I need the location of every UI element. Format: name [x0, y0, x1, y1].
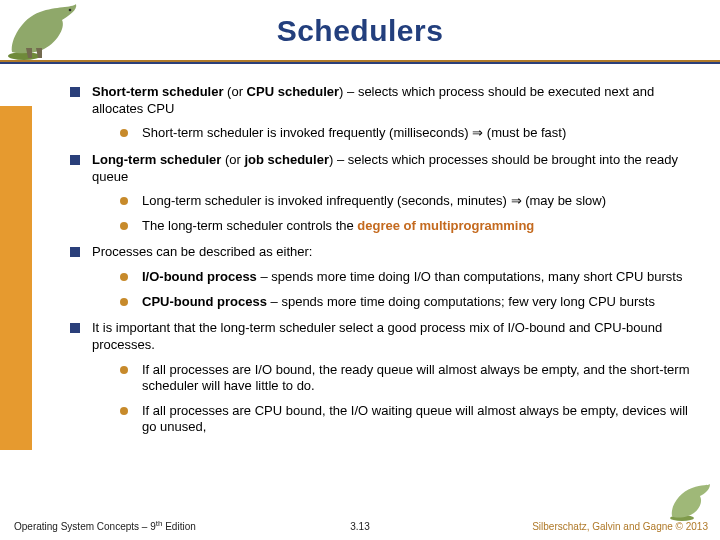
- text: (or: [221, 152, 244, 167]
- text: job scheduler: [244, 152, 329, 167]
- emphasis: degree of multiprogramming: [357, 218, 534, 233]
- bullet-mix: It is important that the long-term sched…: [70, 320, 692, 436]
- text: Long-term scheduler: [92, 152, 221, 167]
- subbullet: Short-term scheduler is invoked frequent…: [120, 125, 692, 142]
- footer-copyright: Silberschatz, Galvin and Gagne © 2013: [532, 521, 708, 532]
- slide-footer: Operating System Concepts – 9th Edition …: [0, 506, 720, 536]
- slide-body: Short-term scheduler (or CPU scheduler) …: [70, 84, 692, 500]
- text: (or: [223, 84, 246, 99]
- svg-point-1: [69, 9, 72, 12]
- bullet-process-types: Processes can be described as either: I/…: [70, 244, 692, 310]
- text: Short-term scheduler: [92, 84, 223, 99]
- slide-title: Schedulers: [0, 0, 720, 48]
- bullet-long-term: Long-term scheduler (or job scheduler) –…: [70, 152, 692, 235]
- dinosaur-icon: [6, 0, 84, 62]
- text: If all processes are I/O bound, the read…: [142, 362, 689, 394]
- subbullet: Long-term scheduler is invoked infrequen…: [120, 193, 692, 210]
- text: Processes can be described as either:: [92, 244, 312, 259]
- rule-navy: [0, 62, 720, 64]
- text: Long-term scheduler is invoked infrequen…: [142, 193, 606, 208]
- subbullet-io-bound: I/O-bound process – spends more time doi…: [120, 269, 692, 286]
- text: The long-term scheduler controls the: [142, 218, 357, 233]
- subbullet: The long-term scheduler controls the deg…: [120, 218, 692, 235]
- sidebar-accent: [0, 106, 32, 450]
- subbullet: If all processes are CPU bound, the I/O …: [120, 403, 692, 436]
- subbullet-cpu-bound: CPU-bound process – spends more time doi…: [120, 294, 692, 311]
- text: If all processes are CPU bound, the I/O …: [142, 403, 688, 435]
- slide-header: Schedulers: [0, 0, 720, 78]
- text: It is important that the long-term sched…: [92, 320, 662, 352]
- subbullet: If all processes are I/O bound, the read…: [120, 362, 692, 395]
- text: CPU scheduler: [247, 84, 339, 99]
- bullet-short-term: Short-term scheduler (or CPU scheduler) …: [70, 84, 692, 142]
- text: Short-term scheduler is invoked frequent…: [142, 125, 566, 140]
- text: – spends more time doing computations; f…: [267, 294, 655, 309]
- text: CPU-bound process: [142, 294, 267, 309]
- text: – spends more time doing I/O than comput…: [257, 269, 683, 284]
- text: I/O-bound process: [142, 269, 257, 284]
- slide: Schedulers Short-term scheduler (or CPU …: [0, 0, 720, 540]
